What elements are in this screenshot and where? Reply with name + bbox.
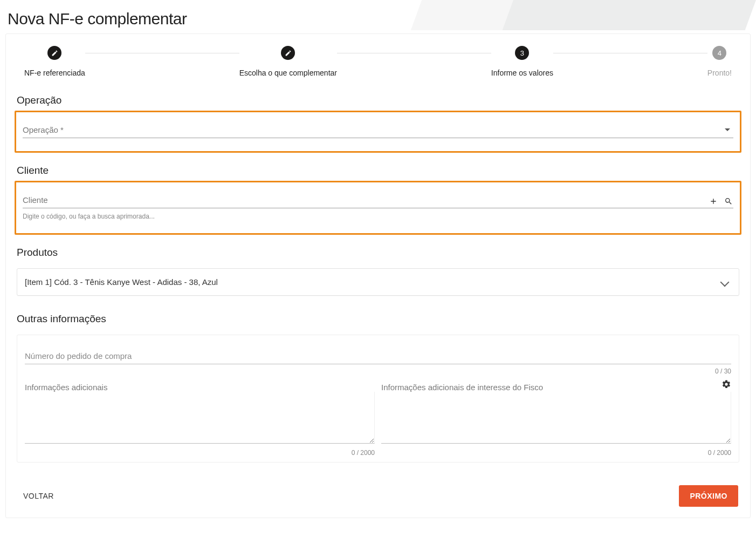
operacao-highlight-box: Operação *	[15, 111, 741, 153]
cliente-highlight-box: Cliente Digite o código, ou faça a busca…	[15, 181, 741, 235]
section-title-cliente: Cliente	[6, 153, 750, 181]
outras-card: 0 / 30 Informações adicionais 0 / 2000 I…	[17, 335, 739, 463]
section-title-operacao: Operação	[6, 83, 750, 111]
stepper: NF-e referenciada Escolha o que compleme…	[6, 34, 750, 83]
main-card: NF-e referenciada Escolha o que compleme…	[5, 33, 751, 518]
step-4[interactable]: 4 Pronto!	[707, 46, 732, 77]
produto-item-label: [Item 1] Cód. 3 - Tênis Kanye West - Adi…	[25, 277, 218, 287]
step-number: 4	[712, 46, 726, 60]
chevron-down-icon	[720, 277, 730, 287]
info-fisco-label: Informações adicionais de interesse do F…	[381, 383, 731, 392]
step-number: 3	[515, 46, 529, 60]
operacao-label: Operação *	[23, 125, 733, 135]
step-label: Pronto!	[707, 69, 732, 77]
fisco-counter: 0 / 2000	[381, 449, 731, 457]
back-button[interactable]: VOLTAR	[21, 486, 56, 506]
cliente-label: Cliente	[23, 195, 733, 206]
info-counter: 0 / 2000	[25, 449, 375, 457]
operacao-select[interactable]: Operação *	[23, 125, 733, 138]
next-button[interactable]: PRÓXIMO	[679, 485, 738, 507]
gear-icon[interactable]	[721, 379, 731, 389]
produto-expansion[interactable]: [Item 1] Cód. 3 - Tênis Kanye West - Adi…	[17, 268, 739, 296]
step-label: Escolha o que complementar	[239, 69, 337, 77]
search-icon[interactable]	[724, 196, 733, 206]
step-label: NF-e referenciada	[24, 69, 85, 77]
section-title-outras: Outras informações	[6, 301, 750, 329]
edit-icon	[47, 46, 61, 60]
step-2[interactable]: Escolha o que complementar	[239, 46, 337, 77]
info-fisco-textarea[interactable]	[381, 392, 731, 444]
cliente-helper: Digite o código, ou faça a busca aprimor…	[23, 213, 733, 220]
pedido-counter: 0 / 30	[25, 368, 731, 375]
cliente-input[interactable]: Cliente	[23, 195, 733, 208]
section-title-produtos: Produtos	[6, 235, 750, 263]
action-row: VOLTAR PRÓXIMO	[6, 473, 750, 512]
numero-pedido-input[interactable]	[25, 348, 731, 364]
step-3[interactable]: 3 Informe os valores	[491, 46, 553, 77]
info-adicionais-textarea[interactable]	[25, 392, 375, 444]
chevron-down-icon	[725, 128, 730, 131]
edit-icon	[281, 46, 295, 60]
step-label: Informe os valores	[491, 69, 553, 77]
page-title: Nova NF-e complementar	[0, 0, 756, 33]
info-adicionais-label: Informações adicionais	[25, 383, 375, 392]
add-icon[interactable]	[709, 196, 718, 206]
step-1[interactable]: NF-e referenciada	[24, 46, 85, 77]
